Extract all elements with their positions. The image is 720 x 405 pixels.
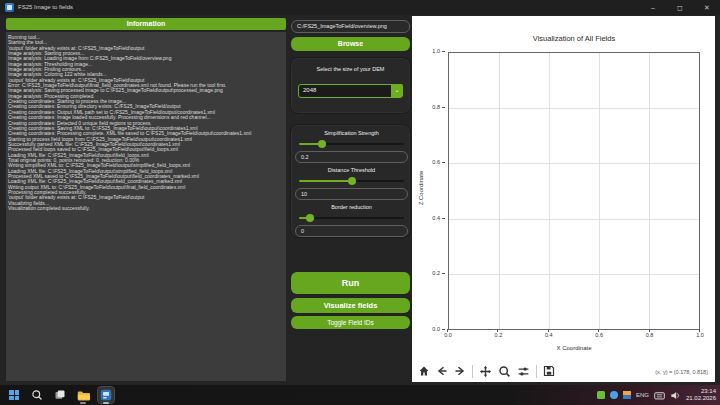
forward-icon[interactable] <box>454 365 466 377</box>
x-tick-label: 0.0 <box>438 332 458 338</box>
y-axis-label: Z Coordinate <box>418 158 424 218</box>
window-title: FS25 Image to fields <box>18 4 73 10</box>
clock[interactable]: 23:14 21.02.2026 <box>686 388 716 402</box>
simplification-strength-slider[interactable] <box>299 143 404 145</box>
distance-threshold-slider[interactable] <box>299 180 404 182</box>
y-tick-label: 1.0 <box>420 48 445 54</box>
plot-title: Visualization of All Fields <box>448 34 700 43</box>
y-tick-label: 0.8 <box>420 104 445 110</box>
dem-size-dropdown[interactable]: 2048 ⌄ <box>298 84 403 98</box>
pan-icon[interactable] <box>479 365 492 378</box>
x-tick-label: 0.4 <box>539 332 559 338</box>
log-line: Visualization completed successfully. <box>8 206 284 211</box>
simplification-strength-value[interactable]: 0.2 <box>295 151 408 163</box>
gridline <box>649 53 650 329</box>
distance-threshold-label: Distance Threshold <box>291 167 412 173</box>
maximize-button[interactable]: ◻ <box>675 4 685 12</box>
dem-size-label: Select the size of your DEM <box>291 66 410 72</box>
plot-panel: Visualization of All Fields 0.0 0.2 0.4 … <box>412 16 715 382</box>
border-reduction-row: Border reduction 0 <box>291 204 412 241</box>
y-tick-label: 0.2 <box>420 270 445 276</box>
minimize-button[interactable]: – <box>648 4 658 11</box>
slider-handle[interactable] <box>348 177 356 185</box>
slider-handle[interactable] <box>318 140 326 148</box>
slider-handle[interactable] <box>306 214 314 222</box>
file-explorer-button[interactable] <box>75 387 91 403</box>
distance-threshold-row: Distance Threshold 10 <box>291 167 412 204</box>
visualize-fields-button[interactable]: Visualize fields <box>291 298 410 313</box>
save-icon[interactable] <box>543 365 555 377</box>
volume-icon[interactable] <box>670 390 681 401</box>
active-app-button[interactable] <box>98 387 114 403</box>
information-panel: Information Running tool...Starting the … <box>6 18 286 381</box>
gridline <box>449 163 699 164</box>
language-indicator[interactable]: ENG <box>636 392 649 398</box>
search-icon <box>31 389 43 401</box>
x-axis-label: X Coordinate <box>448 345 700 351</box>
log-output[interactable]: Running tool...Starting the tool...'outp… <box>6 32 286 381</box>
clock-date: 21.02.2026 <box>686 395 716 402</box>
taskbar: ENG 23:14 21.02.2026 <box>0 385 720 405</box>
x-tick-label: 0.8 <box>640 332 660 338</box>
simplification-strength-row: Simplification Strength 0.2 <box>291 130 412 167</box>
app-icon <box>5 3 14 12</box>
gridline <box>599 53 600 329</box>
toggle-field-ids-button[interactable]: Toggle Field IDs <box>291 316 410 329</box>
gridline <box>449 274 699 275</box>
tray-app-icon-color[interactable] <box>623 391 631 399</box>
browse-button[interactable]: Browse <box>291 37 410 51</box>
controls-column: C:/FS25_ImageToField/overview.png Browse… <box>290 15 411 381</box>
tray-app-icon-blue[interactable] <box>610 391 618 399</box>
tray-app-icon-green[interactable] <box>597 391 605 399</box>
plot-axes[interactable] <box>448 52 700 330</box>
cursor-coordinates-readout: (x, y) = (0.178, 0.818) <box>655 369 708 375</box>
x-tick-label: 0.2 <box>488 332 508 338</box>
running-indicator <box>80 402 86 404</box>
y-tick-label: 0.0 <box>420 326 445 332</box>
active-app-icon <box>100 389 112 401</box>
toolbar-separator <box>472 365 473 378</box>
gridline <box>549 53 550 329</box>
x-tick-label: 0.6 <box>589 332 609 338</box>
dem-size-value: 2048 <box>303 87 316 93</box>
clock-time: 23:14 <box>686 388 716 395</box>
window-titlebar[interactable]: FS25 Image to fields – ◻ ✕ <box>0 0 720 15</box>
file-explorer-icon <box>77 389 90 402</box>
distance-threshold-value[interactable]: 10 <box>295 188 408 200</box>
information-header: Information <box>6 18 286 30</box>
subplot-settings-icon[interactable] <box>517 365 530 378</box>
start-button[interactable] <box>6 387 22 403</box>
border-reduction-value[interactable]: 0 <box>295 225 408 237</box>
chevron-down-icon[interactable]: ⌄ <box>391 84 403 97</box>
image-path-input[interactable]: C:/FS25_ImageToField/overview.png <box>291 20 410 33</box>
touch-keyboard-icon[interactable] <box>654 390 665 401</box>
gridline <box>449 108 699 109</box>
sliders-group: Simplification Strength 0.2 Distance Thr… <box>290 124 411 238</box>
windows-logo-icon <box>9 390 19 400</box>
active-indicator <box>103 402 109 404</box>
home-icon[interactable] <box>418 365 430 377</box>
run-button[interactable]: Run <box>291 272 410 294</box>
task-view-icon <box>54 389 66 401</box>
x-axis-ticks: 0.0 0.2 0.4 0.6 0.8 1.0 <box>448 332 700 342</box>
x-tick-label: 1.0 <box>690 332 710 338</box>
slider-fill <box>299 180 352 182</box>
gridline <box>499 53 500 329</box>
task-view-button[interactable] <box>52 387 68 403</box>
search-button[interactable] <box>29 387 45 403</box>
close-button[interactable]: ✕ <box>702 4 712 12</box>
dem-size-group: Select the size of your DEM 2048 ⌄ <box>290 57 411 114</box>
desktop-screen: FS25 Image to fields – ◻ ✕ Information R… <box>0 0 720 405</box>
zoom-icon[interactable] <box>498 365 511 378</box>
border-reduction-slider[interactable] <box>299 217 404 219</box>
toolbar-separator <box>536 365 537 378</box>
simplification-strength-label: Simplification Strength <box>291 130 412 136</box>
gridline <box>449 219 699 220</box>
border-reduction-label: Border reduction <box>291 204 412 210</box>
back-icon[interactable] <box>436 365 448 377</box>
